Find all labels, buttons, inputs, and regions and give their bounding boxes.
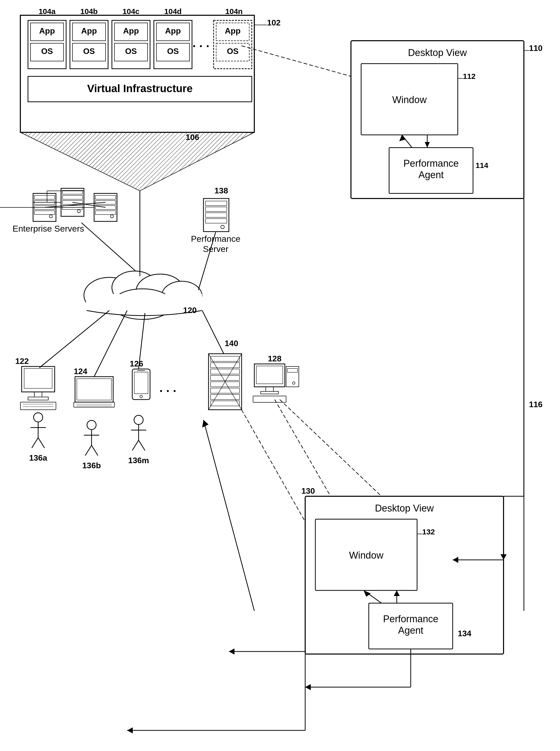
ref-132: 132 xyxy=(422,527,435,536)
svg-rect-122 xyxy=(261,391,278,394)
window-top-label: Window xyxy=(392,94,427,105)
svg-rect-111 xyxy=(211,376,240,381)
performance-server-icon xyxy=(203,198,229,232)
svg-point-80 xyxy=(34,413,43,422)
dots-devices: . . . xyxy=(159,381,177,394)
ref-110: 110 xyxy=(529,43,542,53)
svg-rect-112 xyxy=(211,382,240,387)
svg-rect-57 xyxy=(205,213,227,217)
os-label-d: OS xyxy=(167,46,179,56)
svg-line-95 xyxy=(92,445,98,456)
ref-120: 120 xyxy=(183,306,197,315)
svg-rect-115 xyxy=(211,401,240,406)
svg-line-94 xyxy=(85,445,92,456)
svg-point-31 xyxy=(77,210,80,213)
server-3 xyxy=(0,193,117,222)
svg-rect-123 xyxy=(253,396,286,402)
person-136b xyxy=(84,420,99,456)
svg-point-126 xyxy=(293,382,295,384)
ref-104b: 104b xyxy=(80,7,98,16)
ref-138: 138 xyxy=(214,186,228,195)
svg-rect-87 xyxy=(77,379,112,400)
svg-line-83 xyxy=(32,438,38,448)
ref-104c: 104c xyxy=(123,7,140,16)
ref-126: 126 xyxy=(130,359,143,368)
os-label-b: OS xyxy=(83,46,95,56)
server-2 xyxy=(33,188,84,216)
svg-marker-146 xyxy=(229,649,235,655)
svg-marker-18 xyxy=(20,132,254,191)
performance-agent-top-label2: Agent xyxy=(418,170,444,180)
ref-134: 134 xyxy=(458,629,472,638)
dots-middle: . . . xyxy=(193,36,209,50)
svg-point-40 xyxy=(111,215,114,218)
svg-point-101 xyxy=(134,415,143,424)
ref-112: 112 xyxy=(463,72,476,80)
desktop-view-bottom-label: Desktop View xyxy=(375,503,434,514)
ref-102: 102 xyxy=(267,18,281,27)
svg-line-105 xyxy=(139,440,145,450)
app-label-d: App xyxy=(165,26,181,35)
svg-rect-98 xyxy=(134,372,148,394)
svg-line-128 xyxy=(280,400,381,496)
ref-104n: 104n xyxy=(225,7,243,16)
ref-140: 140 xyxy=(224,339,238,348)
svg-rect-39 xyxy=(95,211,116,214)
ref-136m: 136m xyxy=(128,456,149,465)
desktop-view-top-label: Desktop View xyxy=(408,47,467,58)
svg-line-85 xyxy=(39,310,109,368)
svg-rect-56 xyxy=(205,207,227,211)
performance-server-label1: Performance xyxy=(191,234,241,244)
performance-agent-bottom-label1: Performance xyxy=(383,614,438,624)
svg-rect-77 xyxy=(20,402,56,410)
performance-agent-top-label1: Performance xyxy=(403,158,459,169)
ref-114: 114 xyxy=(476,161,488,170)
svg-point-99 xyxy=(140,395,142,398)
os-label-c: OS xyxy=(125,46,137,56)
laptop-124 xyxy=(74,377,115,407)
svg-rect-113 xyxy=(211,388,240,393)
svg-rect-21 xyxy=(34,195,55,199)
svg-rect-74 xyxy=(24,368,52,388)
svg-line-129 xyxy=(203,420,254,611)
svg-rect-119 xyxy=(254,364,285,387)
window-bottom-label: Window xyxy=(349,550,383,561)
svg-point-59 xyxy=(221,225,224,229)
app-label-a: App xyxy=(39,26,55,35)
app-label-n: App xyxy=(225,26,241,35)
performance-server-label2: Server xyxy=(203,244,228,254)
svg-marker-152 xyxy=(305,684,311,690)
ref-104a: 104a xyxy=(39,7,56,16)
ref-116: 116 xyxy=(529,400,542,409)
ref-136b: 136b xyxy=(82,461,101,470)
svg-line-96 xyxy=(94,310,127,377)
mobile-126 xyxy=(132,369,150,400)
svg-rect-86 xyxy=(75,377,113,402)
svg-rect-54 xyxy=(203,198,229,232)
svg-rect-36 xyxy=(95,195,116,199)
enterprise-servers-label: Enterprise Servers xyxy=(13,224,84,233)
svg-line-84 xyxy=(38,438,44,448)
virtual-infrastructure-label: Virtual Infrastructure xyxy=(87,82,193,94)
svg-rect-76 xyxy=(28,397,48,400)
ref-136a: 136a xyxy=(29,453,47,462)
svg-line-70 xyxy=(242,46,351,76)
svg-point-91 xyxy=(87,420,96,429)
svg-rect-110 xyxy=(211,369,240,374)
app-label-b: App xyxy=(81,26,97,35)
svg-line-44 xyxy=(81,223,140,275)
app-label-c: App xyxy=(123,26,139,35)
svg-rect-24 xyxy=(34,211,55,214)
workstation-128 xyxy=(253,364,299,402)
svg-rect-75 xyxy=(34,392,42,397)
svg-line-153 xyxy=(242,410,305,522)
svg-rect-88 xyxy=(74,402,115,407)
svg-rect-125 xyxy=(287,368,298,372)
desktop-computer-122 xyxy=(20,366,56,410)
ref-124: 124 xyxy=(74,367,87,376)
os-label-a: OS xyxy=(41,46,53,56)
svg-rect-73 xyxy=(22,366,55,392)
person-136a xyxy=(31,413,46,448)
rack-140 xyxy=(208,354,242,410)
performance-agent-bottom-label2: Agent xyxy=(398,625,423,636)
